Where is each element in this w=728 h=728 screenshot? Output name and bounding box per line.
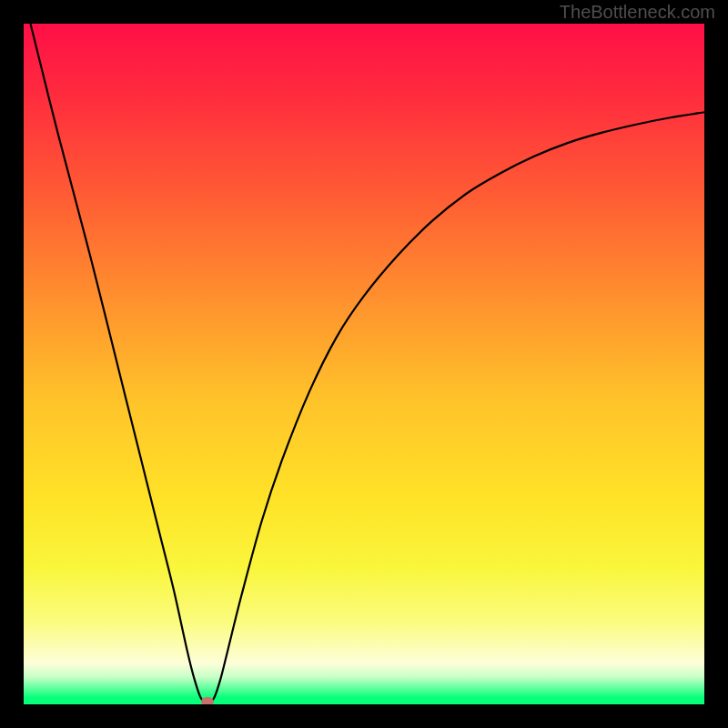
- chart-frame: TheBottleneck.com: [0, 0, 728, 728]
- plot-area: [24, 24, 704, 704]
- minimum-marker: [201, 697, 214, 704]
- chart-svg: [24, 24, 704, 704]
- attribution-text: TheBottleneck.com: [560, 2, 715, 23]
- bottleneck-curve: [30, 24, 704, 704]
